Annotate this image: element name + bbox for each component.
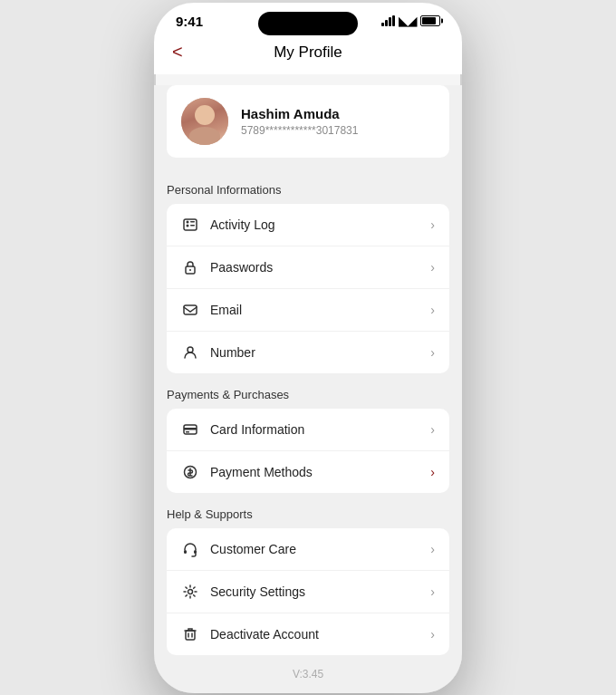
status-icons: ◣◢ (381, 14, 440, 28)
person-icon (181, 343, 199, 362)
menu-item-activity-log[interactable]: Activity Log › (167, 204, 449, 246)
menu-item-left: Security Settings (181, 583, 305, 601)
headset-icon (181, 540, 199, 558)
chevron-icon-activity: › (430, 217, 435, 232)
status-time: 9:41 (176, 14, 203, 29)
lock-icon (181, 258, 199, 276)
svg-rect-13 (184, 550, 187, 554)
svg-rect-16 (186, 631, 195, 640)
wifi-icon: ◣◢ (399, 14, 417, 28)
menu-label-activity-log: Activity Log (210, 217, 275, 232)
svg-point-8 (188, 347, 193, 352)
chevron-icon-card: › (430, 422, 435, 437)
battery-icon (420, 15, 440, 26)
trash-icon (181, 625, 199, 643)
menu-label-card: Card Information (210, 422, 304, 437)
svg-rect-2 (190, 221, 195, 223)
svg-point-6 (189, 269, 191, 271)
version-text: V:3.45 (154, 655, 462, 693)
payment-icon (181, 463, 199, 481)
menu-item-left: Paaswords (181, 258, 273, 276)
svg-rect-7 (184, 305, 197, 314)
profile-info: Hashim Amuda 5789************3017831 (241, 106, 358, 137)
page-title: My Profile (274, 43, 342, 62)
menu-label-passwords: Paaswords (210, 260, 273, 275)
section-personal-heading: Personal Informations (154, 169, 462, 204)
card-icon (181, 420, 199, 439)
page-content: Hashim Amuda 5789************3017831 Per… (154, 85, 462, 693)
menu-label-customer-care: Customer Care (210, 542, 296, 556)
phone-frame: 9:41 ◣◢ < My Profile Hashim Amuda 5789**… (154, 3, 462, 693)
profile-id: 5789************3017831 (241, 124, 358, 137)
menu-item-payment-methods[interactable]: Payment Methods › (167, 451, 449, 493)
profile-card: Hashim Amuda 5789************3017831 (167, 85, 449, 158)
chevron-icon-deactivate: › (430, 627, 435, 642)
back-button[interactable]: < (172, 42, 183, 63)
dynamic-island (258, 12, 358, 35)
menu-item-card-information[interactable]: Card Information › (167, 409, 449, 451)
personal-menu-group: Activity Log › Paaswords › (167, 204, 449, 373)
menu-item-left: Activity Log (181, 216, 275, 234)
menu-item-left: Email (181, 301, 242, 319)
menu-label-deactivate: Deactivate Account (210, 627, 319, 642)
svg-rect-4 (190, 225, 195, 227)
section-help-heading: Help & Supports (154, 493, 462, 528)
avatar-image (181, 98, 228, 145)
menu-label-email: Email (210, 303, 242, 317)
chevron-icon-email: › (430, 303, 435, 317)
menu-item-left: Payment Methods (181, 463, 313, 481)
page-header: < My Profile (154, 34, 462, 74)
activity-icon (181, 216, 199, 234)
svg-point-15 (188, 589, 193, 594)
chevron-icon-number: › (430, 345, 435, 360)
chevron-icon-payment: › (430, 465, 435, 479)
menu-item-number[interactable]: Number › (167, 332, 449, 373)
help-menu-group: Customer Care › Security Settings › (167, 528, 449, 655)
menu-label-number: Number (210, 345, 255, 360)
menu-label-security: Security Settings (210, 584, 305, 599)
svg-rect-14 (194, 550, 197, 554)
svg-rect-0 (184, 219, 197, 230)
svg-point-3 (187, 224, 189, 227)
email-icon (181, 301, 199, 319)
menu-item-deactivate-account[interactable]: Deactivate Account › (167, 613, 449, 655)
menu-item-left: Customer Care (181, 540, 296, 558)
chevron-icon-passwords: › (430, 260, 435, 275)
payments-menu-group: Card Information › Payment Methods › (167, 409, 449, 493)
menu-item-email[interactable]: Email › (167, 289, 449, 332)
section-payments-heading: Payments & Purchases (154, 373, 462, 409)
menu-item-left: Card Information (181, 420, 304, 439)
gear-icon (181, 583, 199, 601)
svg-rect-11 (186, 431, 189, 433)
menu-item-left: Deactivate Account (181, 625, 319, 643)
svg-point-1 (187, 220, 189, 223)
signal-icon (381, 15, 395, 26)
profile-name: Hashim Amuda (241, 106, 358, 121)
chevron-icon-security: › (430, 584, 435, 599)
menu-item-security-settings[interactable]: Security Settings › (167, 571, 449, 613)
svg-rect-10 (184, 428, 197, 430)
menu-item-left: Number (181, 343, 255, 362)
chevron-icon-customer-care: › (430, 542, 435, 556)
menu-item-passwords[interactable]: Paaswords › (167, 246, 449, 289)
menu-label-payment: Payment Methods (210, 465, 313, 479)
menu-item-customer-care[interactable]: Customer Care › (167, 528, 449, 571)
avatar (181, 98, 228, 145)
